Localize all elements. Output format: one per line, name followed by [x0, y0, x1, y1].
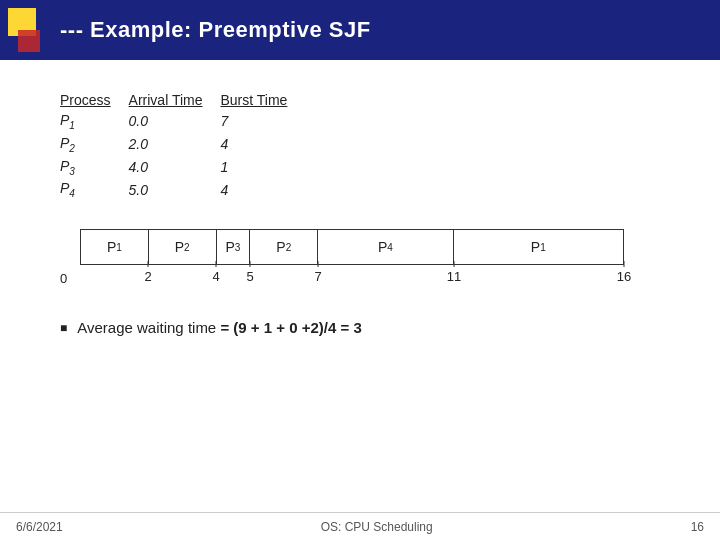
tick-5 — [250, 261, 251, 267]
process-table: Process Arrival Time Burst Time P1 0.0 7… — [60, 90, 305, 201]
gantt-bar-p3: P3 — [217, 230, 251, 264]
tick-7 — [318, 261, 319, 267]
gantt-bar-p1-second: P1 — [454, 230, 623, 264]
table-row: P4 5.0 4 — [60, 178, 305, 201]
footer-page: 16 — [691, 520, 704, 534]
arrival-p2: 2.0 — [129, 133, 221, 156]
gantt-label-16: 16 — [617, 269, 631, 284]
slide-title: --- Example: Preemptive SJF — [60, 17, 371, 43]
burst-p2: 4 — [220, 133, 305, 156]
gantt-bar-p2-first: P2 — [149, 230, 217, 264]
tick-2 — [148, 261, 149, 267]
gantt-start-label: 0 — [60, 229, 80, 286]
gantt-label-4: 4 — [212, 269, 219, 284]
process-p4: P4 — [60, 178, 129, 201]
burst-p1: 7 — [220, 110, 305, 133]
process-p3: P3 — [60, 156, 129, 179]
footer-date: 6/6/2021 — [16, 520, 63, 534]
gantt-bar-p4: P4 — [318, 230, 454, 264]
footer: 6/6/2021 OS: CPU Scheduling 16 — [0, 512, 720, 540]
table-row: P1 0.0 7 — [60, 110, 305, 133]
accent-red — [18, 30, 40, 52]
tick-16 — [624, 261, 625, 267]
col-burst-header: Burst Time — [220, 90, 305, 110]
gantt-bar-p1-first: P1 — [81, 230, 149, 264]
gantt-label-5: 5 — [246, 269, 253, 284]
bullet-point: ■ — [60, 321, 67, 335]
header-accent — [0, 0, 50, 60]
gantt-chart: 0 P1 P2 P3 P2 P4 P1 — [60, 229, 660, 289]
arrival-p1: 0.0 — [129, 110, 221, 133]
gantt-label-2: 2 — [144, 269, 151, 284]
arrival-p4: 5.0 — [129, 178, 221, 201]
table-row: P3 4.0 1 — [60, 156, 305, 179]
avg-formula: = (9 + 1 + 0 +2)/4 = 3 — [220, 319, 361, 336]
footer-center: OS: CPU Scheduling — [321, 520, 433, 534]
tick-11 — [454, 261, 455, 267]
table-row: P2 2.0 4 — [60, 133, 305, 156]
tick-4 — [216, 261, 217, 267]
process-p2: P2 — [60, 133, 129, 156]
header-bar: --- Example: Preemptive SJF — [0, 0, 720, 60]
burst-p4: 4 — [220, 178, 305, 201]
arrival-p3: 4.0 — [129, 156, 221, 179]
slide-content: Process Arrival Time Burst Time P1 0.0 7… — [0, 60, 720, 520]
avg-text: Average waiting time = (9 + 1 + 0 +2)/4 … — [77, 319, 362, 336]
gantt-timeline: 2 4 5 7 11 16 — [80, 265, 624, 289]
gantt-bars: P1 P2 P3 P2 P4 P1 — [80, 229, 624, 265]
avg-waiting-section: ■ Average waiting time = (9 + 1 + 0 +2)/… — [60, 319, 660, 336]
col-arrival-header: Arrival Time — [129, 90, 221, 110]
gantt-bar-p2-second: P2 — [250, 230, 318, 264]
gantt-label-11: 11 — [447, 269, 461, 284]
burst-p3: 1 — [220, 156, 305, 179]
process-p1: P1 — [60, 110, 129, 133]
gantt-label-7: 7 — [314, 269, 321, 284]
process-table-section: Process Arrival Time Burst Time P1 0.0 7… — [60, 90, 660, 201]
col-process-header: Process — [60, 90, 129, 110]
